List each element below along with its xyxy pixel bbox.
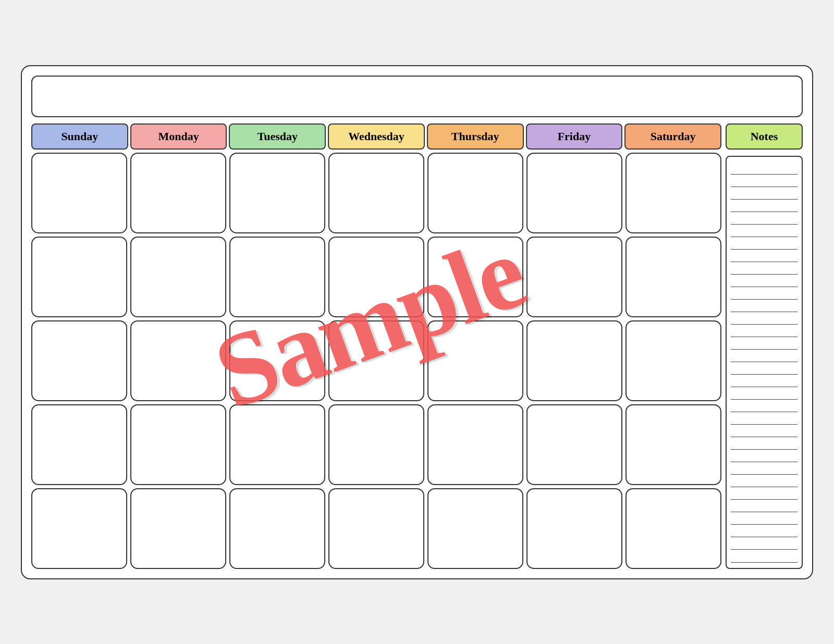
note-line [731,387,798,400]
header-monday: Monday [130,123,227,150]
day-cell[interactable] [427,153,523,233]
note-line [731,212,798,225]
note-line [731,175,798,187]
calendar-wrapper: Sunday Monday Tuesday Wednesday Thursday… [31,123,803,569]
day-cell[interactable] [31,320,127,401]
day-cell[interactable] [626,237,721,317]
day-cell[interactable] [626,320,721,401]
day-cell[interactable] [229,320,325,401]
note-line [731,237,798,250]
day-cell[interactable] [328,153,424,233]
day-cell[interactable] [626,488,721,569]
note-line [731,362,798,375]
day-cell[interactable] [229,488,325,569]
calendar-row-2 [31,237,721,317]
day-cell[interactable] [626,153,721,233]
header-thursday: Thursday [427,123,524,150]
notes-area: Notes [726,123,803,569]
day-cell[interactable] [526,404,622,485]
note-line [731,225,798,237]
day-cell[interactable] [31,153,127,233]
note-line [731,475,798,487]
note-line [731,487,798,500]
calendar-row-3 [31,320,721,401]
note-line [731,500,798,512]
note-line [731,287,798,300]
header-sunday: Sunday [31,123,128,150]
header-tuesday: Tuesday [229,123,326,150]
note-line [731,325,798,337]
note-line [731,312,798,325]
header-friday: Friday [526,123,623,150]
day-cell[interactable] [31,488,127,569]
day-cell[interactable] [526,153,622,233]
note-line [731,400,798,412]
day-cell[interactable] [130,320,226,401]
day-cell[interactable] [526,320,622,401]
note-line [731,200,798,212]
note-line [731,512,798,525]
day-cell[interactable] [130,237,226,317]
note-line [731,462,798,475]
day-cell[interactable] [31,237,127,317]
day-cell[interactable] [229,404,325,485]
day-cell[interactable] [328,404,424,485]
day-cell[interactable] [31,404,127,485]
calendar-body [31,153,721,569]
day-cell[interactable] [427,404,523,485]
note-line [731,412,798,425]
day-cell[interactable] [130,404,226,485]
note-line [731,187,798,200]
note-line [731,275,798,287]
header-notes: Notes [726,123,803,150]
day-cell[interactable] [229,153,325,233]
day-cell[interactable] [427,320,523,401]
calendar-row-5 [31,488,721,569]
header-row: Sunday Monday Tuesday Wednesday Thursday… [31,123,721,150]
day-cell[interactable] [427,488,523,569]
day-cell[interactable] [626,404,721,485]
day-cell[interactable] [328,488,424,569]
calendar-row-1 [31,153,721,233]
day-cell[interactable] [328,237,424,317]
note-line [731,262,798,275]
note-line [731,537,798,550]
note-line [731,525,798,537]
note-line [731,337,798,350]
title-bar[interactable] [31,76,803,117]
day-cell[interactable] [130,153,226,233]
note-line [731,300,798,312]
main-calendar: Sunday Monday Tuesday Wednesday Thursday… [31,123,721,569]
note-line [731,375,798,387]
note-line [731,350,798,362]
note-line [731,425,798,437]
day-cell[interactable] [526,488,622,569]
day-cell[interactable] [328,320,424,401]
note-line [731,437,798,450]
day-cell[interactable] [526,237,622,317]
day-cell[interactable] [229,237,325,317]
header-wednesday: Wednesday [328,123,425,150]
note-line [731,550,798,562]
calendar-container: Sunday Monday Tuesday Wednesday Thursday… [21,65,813,579]
notes-lines[interactable] [726,156,803,569]
note-line [731,250,798,262]
day-cell[interactable] [130,488,226,569]
note-line [731,450,798,462]
day-cell[interactable] [427,237,523,317]
note-line [731,162,798,175]
header-saturday: Saturday [624,123,721,150]
calendar-row-4 [31,404,721,485]
